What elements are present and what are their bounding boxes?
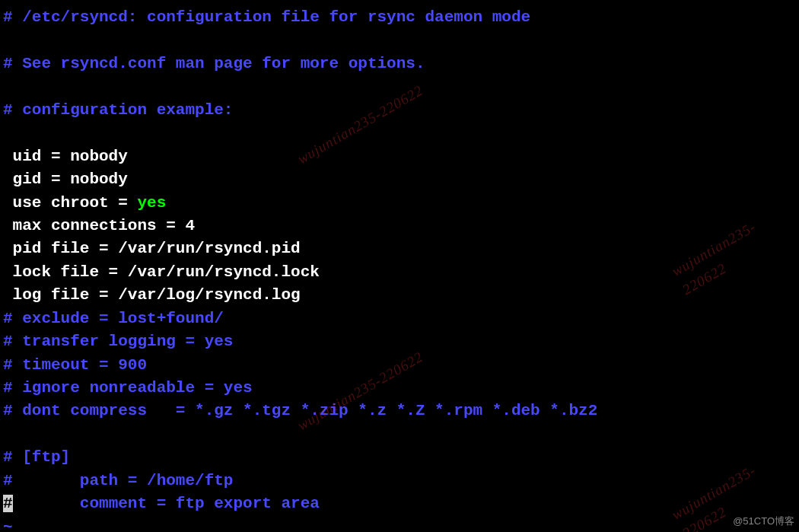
- editor-line: use chroot = yes: [3, 192, 796, 215]
- attribution-text: @51CTO博客: [733, 514, 794, 529]
- editor-line: [3, 122, 796, 145]
- editor-line: # [ftp]: [3, 446, 796, 469]
- editor-line: lock file = /var/run/rsyncd.lock: [3, 261, 796, 284]
- vim-tilde: ~: [3, 518, 13, 532]
- cursor: #: [3, 495, 13, 512]
- editor-line: # /etc/rsyncd: configuration file for rs…: [3, 6, 796, 29]
- comment-text: comment = ftp export area: [13, 495, 320, 512]
- comment-text: # See rsyncd.conf man page for more opti…: [3, 55, 425, 72]
- comment-text: # [ftp]: [3, 448, 70, 466]
- editor-line: # dont compress = *.gz *.tgz *.zip *.z *…: [3, 400, 796, 422]
- config-line: max connections = 4: [3, 217, 195, 234]
- comment-text: # ignore nonreadable = yes: [3, 379, 253, 397]
- config-line: lock file = /var/run/rsyncd.lock: [3, 263, 320, 281]
- comment-text: # timeout = 900: [3, 356, 147, 374]
- editor-line: max connections = 4: [3, 215, 796, 237]
- editor-line: # See rsyncd.conf man page for more opti…: [3, 53, 796, 75]
- comment-text: # exclude = lost+found/: [3, 310, 224, 327]
- editor-line: pid file = /var/run/rsyncd.pid: [3, 237, 796, 260]
- terminal-editor[interactable]: # /etc/rsyncd: configuration file for rs…: [3, 6, 796, 532]
- config-line: uid = nobody: [3, 148, 128, 165]
- editor-line: gid = nobody: [3, 168, 796, 191]
- editor-line: # ignore nonreadable = yes: [3, 377, 796, 400]
- editor-line: [3, 29, 796, 52]
- comment-text: # dont compress = *.gz *.tgz *.zip *.z *…: [3, 402, 597, 419]
- comment-text: # path = /home/ftp: [3, 472, 233, 489]
- editor-line: # timeout = 900: [3, 354, 796, 377]
- editor-line: uid = nobody: [3, 145, 796, 168]
- editor-line: ~: [3, 516, 796, 532]
- editor-line: # configuration example:: [3, 99, 796, 122]
- config-line: pid file = /var/run/rsyncd.pid: [3, 240, 301, 257]
- comment-text: # transfer logging = yes: [3, 333, 233, 350]
- comment-text: # /etc/rsyncd: configuration file for rs…: [3, 8, 530, 26]
- editor-line: # path = /home/ftp: [3, 470, 796, 492]
- config-key: use chroot =: [3, 194, 137, 212]
- config-value: yes: [137, 194, 166, 212]
- comment-text: # configuration example:: [3, 101, 233, 119]
- editor-line: [3, 423, 796, 446]
- editor-line: # transfer logging = yes: [3, 330, 796, 353]
- config-line: log file = /var/log/rsyncd.log: [3, 286, 301, 304]
- editor-line: [3, 75, 796, 98]
- editor-line: # comment = ftp export area: [3, 492, 796, 515]
- editor-line: # exclude = lost+found/: [3, 307, 796, 330]
- config-line: gid = nobody: [3, 170, 128, 188]
- editor-line: log file = /var/log/rsyncd.log: [3, 284, 796, 307]
